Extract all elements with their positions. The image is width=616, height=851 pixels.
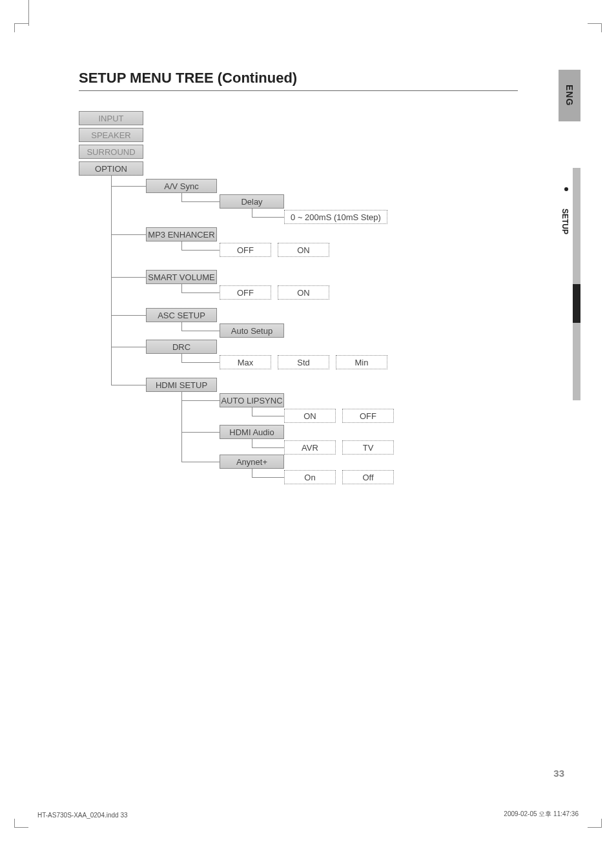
opt-delay: Delay [220,194,284,209]
opt-smart-off: OFF [220,285,271,300]
root-speaker: SPEAKER [79,128,143,142]
opt-drc-min: Min [336,355,387,369]
section-tab: SETUP [559,192,571,251]
opt-lipsync-on: ON [284,409,336,423]
opt-av-sync: A/V Sync [146,179,217,193]
bullet-icon [564,187,568,191]
page-title: SETUP MENU TREE (Continued) [79,70,518,91]
root-surround: SURROUND [79,145,143,159]
opt-anynet-on: On [284,470,336,484]
opt-hdmi-audio: HDMI Audio [220,425,284,439]
root-input: INPUT [79,111,143,125]
opt-audio-tv: TV [342,440,394,455]
opt-delay-range: 0 ~ 200mS (10mS Step) [284,210,387,224]
opt-mp3-off: OFF [220,243,271,257]
footer-right: 2009-02-05 오후 11:47:36 [504,810,579,819]
menu-tree: INPUT SPEAKER SURROUND OPTION A/V Sync D… [79,111,518,498]
opt-smart: SMART VOLUME [146,270,217,284]
root-option: OPTION [79,161,143,176]
opt-drc: DRC [146,340,217,354]
opt-anynet: Anynet+ [220,455,284,469]
opt-hdmi-lipsync: AUTO LIPSYNC [220,393,284,407]
opt-anynet-off: Off [342,470,394,484]
opt-asc-auto: Auto Setup [220,323,284,338]
footer-left: HT-AS730S-XAA_0204.indd 33 [37,812,128,819]
opt-hdmi: HDMI SETUP [146,378,217,392]
opt-mp3-on: ON [278,243,329,257]
opt-mp3: MP3 ENHANCER [146,227,217,241]
opt-smart-on: ON [278,285,329,300]
opt-drc-std: Std [278,355,329,369]
side-index-marker [573,284,580,323]
language-tab: ENG [559,70,580,121]
opt-lipsync-off: OFF [342,409,394,423]
opt-drc-max: Max [220,355,271,369]
opt-audio-avr: AVR [284,440,336,455]
opt-asc: ASC SETUP [146,308,217,322]
page-number: 33 [553,768,564,779]
